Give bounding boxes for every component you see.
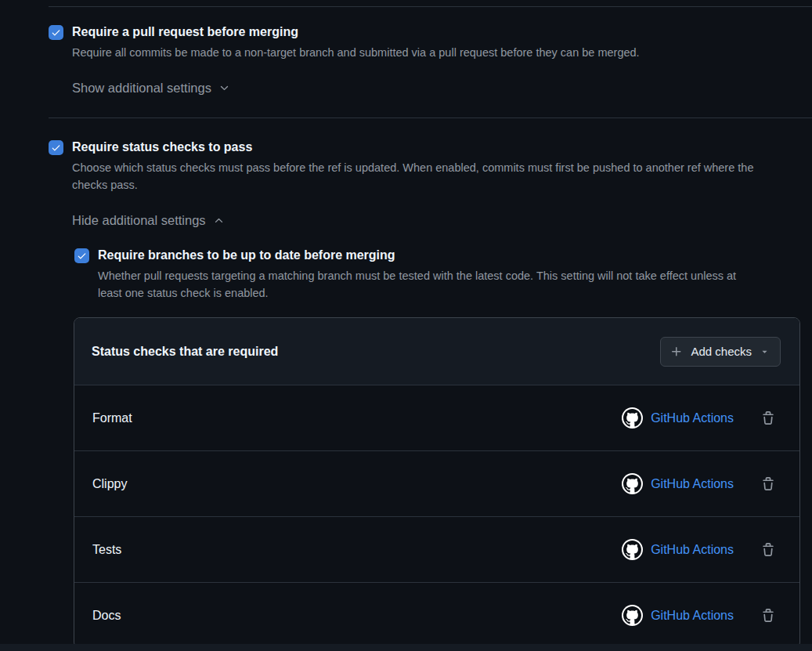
- trash-icon: [761, 411, 775, 425]
- check-name: Docs: [92, 609, 121, 623]
- rule-description-line: least one status check is enabled.: [98, 284, 736, 302]
- github-actions-avatar: [622, 407, 643, 429]
- rule-description-line: checks pass.: [72, 176, 753, 193]
- pull-request-checkbox[interactable]: [49, 25, 63, 40]
- rule-section-pull-request: Require a pull request before merging Re…: [0, 24, 812, 96]
- rule-description-line: Choose which status checks must pass bef…: [72, 159, 753, 176]
- toggle-label: Show additional settings: [72, 80, 211, 96]
- check-source-link[interactable]: GitHub Actions: [651, 543, 734, 557]
- plus-icon: [670, 345, 683, 358]
- status-check-row: Format GitHub Actions: [74, 385, 799, 450]
- rule-section-branches-up-to-date: Require branches to be up to date before…: [74, 247, 812, 302]
- rule-section-status-checks: Require status checks to pass Choose whi…: [0, 139, 812, 302]
- rule-description-line: Whether pull requests targeting a matchi…: [98, 267, 736, 284]
- status-checks-panel: Status checks that are required Add chec…: [74, 317, 800, 649]
- delete-check-button[interactable]: [761, 411, 775, 425]
- status-checks-rows: Format GitHub Actions Clippy GitHub Acti…: [74, 385, 799, 648]
- github-logo-icon: [623, 606, 641, 624]
- check-name: Tests: [92, 543, 121, 557]
- github-actions-avatar: [622, 473, 643, 494]
- trash-icon: [761, 477, 775, 491]
- github-logo-icon: [623, 541, 641, 559]
- delete-check-button[interactable]: [761, 477, 775, 491]
- check-name: Clippy: [92, 477, 127, 491]
- chevron-down-icon: [218, 82, 230, 94]
- status-check-row: Docs GitHub Actions: [74, 582, 799, 648]
- check-source-link[interactable]: GitHub Actions: [651, 411, 734, 425]
- rule-title: Require branches to be up to date before…: [98, 247, 736, 263]
- check-icon: [77, 251, 87, 261]
- chevron-up-icon: [213, 215, 225, 226]
- add-checks-button[interactable]: Add checks: [660, 337, 781, 367]
- trash-icon: [761, 543, 775, 557]
- check-icon: [51, 143, 61, 153]
- status-check-row: Tests GitHub Actions: [74, 516, 799, 582]
- status-check-row: Clippy GitHub Actions: [74, 450, 799, 516]
- check-icon: [51, 27, 61, 38]
- dropdown-caret-icon: [760, 346, 770, 356]
- trash-icon: [761, 609, 775, 623]
- bottom-strip: [0, 644, 812, 651]
- check-name: Format: [92, 411, 132, 425]
- status-checks-checkbox[interactable]: [49, 140, 63, 155]
- check-source-link[interactable]: GitHub Actions: [651, 609, 734, 623]
- rule-description: Choose which status checks must pass bef…: [72, 159, 753, 193]
- branches-up-to-date-checkbox[interactable]: [74, 248, 89, 263]
- github-actions-avatar: [622, 605, 643, 626]
- github-actions-avatar: [622, 539, 643, 560]
- toggle-label: Hide additional settings: [72, 212, 206, 228]
- rule-description: Whether pull requests targeting a matchi…: [98, 267, 736, 302]
- show-additional-settings-toggle[interactable]: Show additional settings: [72, 80, 230, 96]
- status-checks-panel-header: Status checks that are required Add chec…: [74, 318, 799, 385]
- delete-check-button[interactable]: [761, 609, 775, 623]
- rule-title: Require a pull request before merging: [72, 24, 640, 40]
- add-checks-button-label: Add checks: [691, 345, 752, 358]
- hide-additional-settings-toggle[interactable]: Hide additional settings: [72, 212, 225, 228]
- section-divider: [49, 6, 812, 7]
- delete-check-button[interactable]: [761, 543, 775, 557]
- rule-description: Require all commits be made to a non-tar…: [72, 44, 640, 61]
- github-logo-icon: [623, 475, 641, 493]
- panel-title: Status checks that are required: [92, 345, 278, 359]
- rule-title: Require status checks to pass: [72, 139, 753, 155]
- section-divider: [49, 118, 812, 118]
- check-source-link[interactable]: GitHub Actions: [651, 477, 734, 491]
- github-logo-icon: [623, 409, 641, 427]
